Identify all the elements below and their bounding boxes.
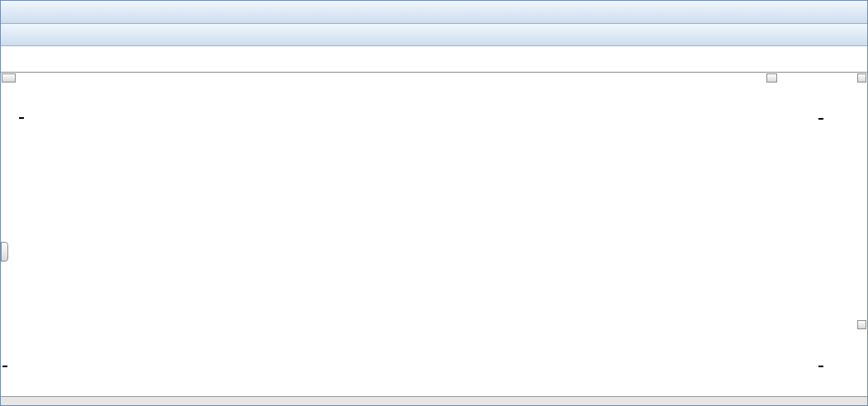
legend-marker-obv: [69, 324, 78, 327]
top-panel-legend: [48, 73, 83, 83]
quote-bar: [1, 46, 867, 73]
volume-tag: [818, 325, 866, 338]
volume-panel-legend: [48, 320, 100, 330]
right-multiplier-top-panel: [818, 118, 823, 120]
drawing-toolbar: [1, 24, 867, 46]
left-multiplier-top-panel: [19, 117, 24, 119]
panel-nav-button[interactable]: [2, 73, 16, 83]
close-top-panel-button[interactable]: [857, 73, 866, 83]
legend-marker-volume: [51, 324, 61, 327]
current-price-tag: [818, 134, 866, 146]
left-expander-button[interactable]: [1, 242, 8, 262]
chart-canvas[interactable]: [1, 73, 868, 396]
legend-marker-foreign: [69, 77, 78, 79]
legend-marker-chart-style: [51, 139, 61, 141]
right-multiplier-volume: [818, 366, 823, 367]
panel-menu-button[interactable]: [766, 73, 777, 83]
left-multiplier-volume: [2, 366, 7, 367]
main-panel-legend: [48, 135, 65, 144]
chart-window: [0, 0, 868, 406]
bottom-scrollbar: [1, 396, 867, 406]
chart-area: [1, 73, 868, 396]
legend-marker-signal: [86, 324, 96, 327]
legend-marker-institution: [51, 77, 61, 79]
main-toolbar: [1, 1, 867, 24]
